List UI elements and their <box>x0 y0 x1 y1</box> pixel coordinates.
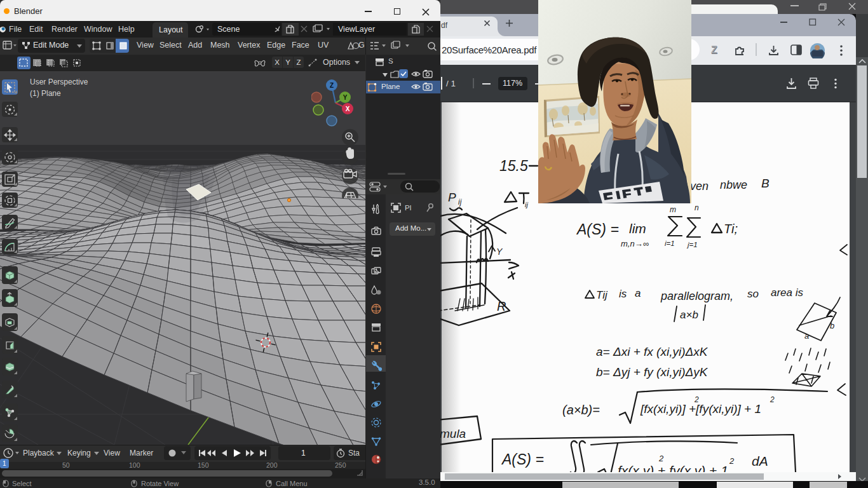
svg-text:15.5: 15.5 <box>499 158 528 174</box>
svg-text:2: 2 <box>770 395 775 404</box>
svg-text:j=1: j=1 <box>686 241 698 248</box>
svg-text:2: 2 <box>729 456 735 466</box>
svg-text:B: B <box>761 177 770 190</box>
svg-text:a×b: a×b <box>680 309 698 321</box>
svg-text:n: n <box>695 203 699 212</box>
svg-text:parallelogram,: parallelogram, <box>660 290 733 302</box>
svg-text:area is: area is <box>771 287 804 299</box>
svg-text:dA: dA <box>752 454 768 468</box>
svg-text:Z: Z <box>330 82 334 89</box>
svg-text:(a×b)=: (a×b)= <box>562 403 600 417</box>
svg-text:(1) Plane: (1) Plane <box>30 89 61 98</box>
svg-text:Ti;: Ti; <box>724 222 738 236</box>
svg-text:R: R <box>497 299 506 313</box>
svg-text:2: 2 <box>658 454 664 463</box>
svg-text:fx(x,y) + fy(x,y) + 1: fx(x,y) + fy(x,y) + 1 <box>618 463 728 472</box>
svg-text:A(S) =: A(S) = <box>576 221 619 238</box>
svg-text:so: so <box>747 288 759 300</box>
svg-text:Tij: Tij <box>596 289 608 301</box>
svg-text:mula: mula <box>440 427 466 440</box>
svg-text:Y: Y <box>343 94 348 101</box>
svg-text:a: a <box>804 331 809 341</box>
svg-text:b= Δyj + fy (xi,yi)ΔyK: b= Δyj + fy (xi,yi)ΔyK <box>596 365 709 379</box>
svg-text:[fx(xi,yi)] +[fy(xi,yi)] + 1: [fx(xi,yi)] +[fy(xi,yi)] + 1 <box>640 402 761 416</box>
svg-text:User Perspective: User Perspective <box>30 78 88 86</box>
svg-text:A(S) =: A(S) = <box>501 451 544 468</box>
svg-text:Y: Y <box>496 247 503 257</box>
svg-text:P: P <box>448 191 456 204</box>
svg-text:ven: ven <box>690 180 709 193</box>
svg-text:ij: ij <box>458 198 462 207</box>
svg-text:m: m <box>670 205 676 214</box>
svg-text:i=1: i=1 <box>665 240 675 247</box>
svg-text:2: 2 <box>694 395 699 404</box>
svg-text:m,n→∞: m,n→∞ <box>621 239 649 248</box>
svg-text:a= Δxi + fx (xi,yi)ΔxK: a= Δxi + fx (xi,yi)ΔxK <box>596 345 709 358</box>
svg-text:nbwe: nbwe <box>720 179 747 191</box>
svg-text:ij: ij <box>525 201 528 208</box>
svg-text:b: b <box>830 321 834 330</box>
svg-text:lim: lim <box>629 221 646 236</box>
svg-text:a: a <box>635 287 641 299</box>
svg-text:is: is <box>619 288 627 300</box>
svg-text:X: X <box>346 105 350 112</box>
